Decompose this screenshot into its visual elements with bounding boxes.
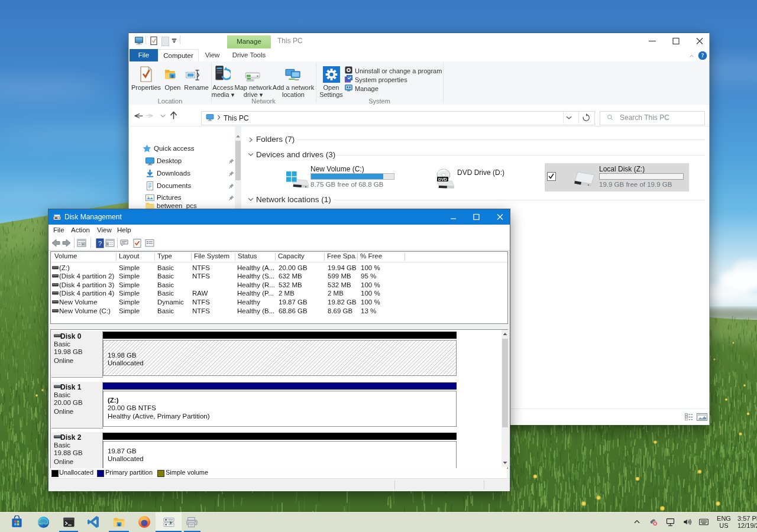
svg-text:?: ?: [701, 52, 704, 59]
svg-text:?: ?: [98, 240, 102, 247]
svg-text:DVD: DVD: [438, 177, 447, 181]
